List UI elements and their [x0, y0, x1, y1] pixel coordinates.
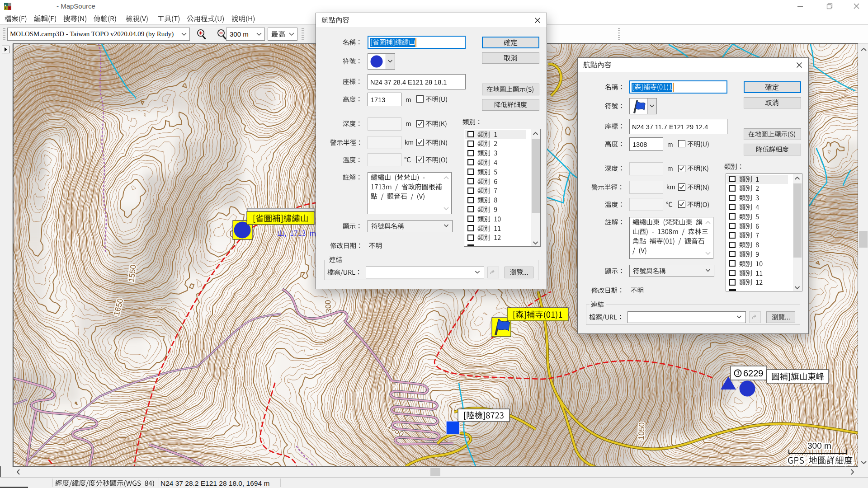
svg-text:1050: 1050	[637, 422, 646, 440]
